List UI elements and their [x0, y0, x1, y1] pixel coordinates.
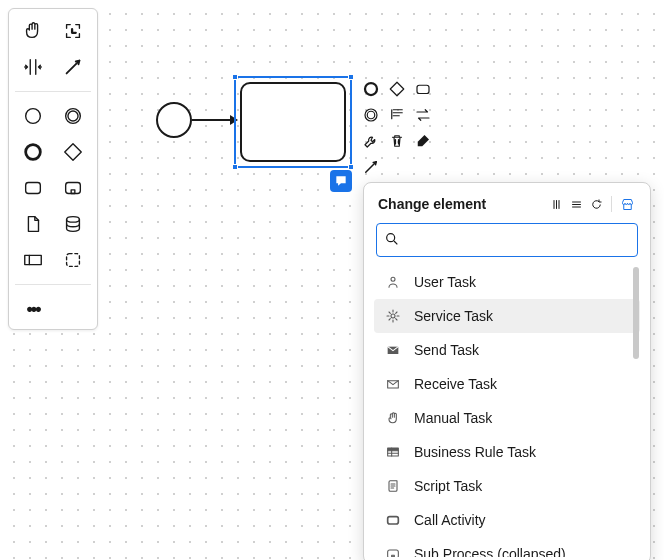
svg-rect-9	[67, 254, 80, 267]
hand-tool[interactable]	[15, 15, 51, 47]
envelope-icon	[384, 375, 402, 393]
intermediate-event-tool[interactable]	[55, 100, 91, 132]
speech-bubble-icon	[334, 174, 348, 188]
append-task[interactable]	[411, 77, 435, 101]
envelope-solid-icon	[384, 341, 402, 359]
scrollbar[interactable]	[633, 267, 639, 359]
svg-rect-24	[388, 517, 399, 524]
item-user-task[interactable]: User Task	[374, 265, 640, 299]
item-label: Business Rule Task	[414, 444, 536, 460]
item-service-task[interactable]: Service Task	[374, 299, 640, 333]
item-label: Script Task	[414, 478, 482, 494]
element-list: User Task Service Task Send Task Receive…	[374, 265, 640, 557]
item-label: Receive Task	[414, 376, 497, 392]
svg-rect-5	[66, 183, 81, 194]
parallel-mi-icon[interactable]	[547, 195, 565, 213]
start-event[interactable]	[156, 102, 192, 138]
connect[interactable]	[359, 155, 383, 179]
item-label: Call Activity	[414, 512, 486, 528]
svg-point-18	[391, 277, 395, 281]
search-box	[376, 223, 638, 257]
rect-bold-icon	[384, 511, 402, 529]
svg-rect-23	[388, 448, 399, 451]
popup-title: Change element	[378, 196, 486, 212]
gear-icon	[384, 307, 402, 325]
subprocess-icon	[384, 545, 402, 557]
svg-point-11	[340, 179, 341, 180]
sequence-flow[interactable]	[192, 119, 236, 121]
append-gateway[interactable]	[385, 77, 409, 101]
search-input[interactable]	[376, 223, 638, 257]
svg-point-13	[365, 83, 377, 95]
group-tool[interactable]	[55, 244, 91, 276]
popup-header-actions	[547, 195, 636, 213]
data-store-tool[interactable]	[55, 208, 91, 240]
task-tool[interactable]	[15, 172, 51, 204]
svg-rect-4	[26, 183, 41, 194]
more-tools[interactable]: •••	[15, 293, 51, 325]
item-manual-task[interactable]: Manual Task	[374, 401, 640, 435]
svg-rect-8	[25, 255, 42, 264]
lasso-tool[interactable]	[55, 15, 91, 47]
script-icon	[384, 477, 402, 495]
connect-tool[interactable]	[55, 51, 91, 83]
sequential-mi-icon[interactable]	[567, 195, 585, 213]
item-label: Sub Process (collapsed)	[414, 546, 566, 557]
data-object-tool[interactable]	[15, 208, 51, 240]
append-end-event[interactable]	[359, 77, 383, 101]
gateway-tool[interactable]	[55, 136, 91, 168]
svg-point-17	[387, 234, 395, 242]
item-script-task[interactable]: Script Task	[374, 469, 640, 503]
svg-rect-14	[417, 85, 429, 93]
svg-point-12	[342, 179, 343, 180]
wrench[interactable]	[359, 129, 383, 153]
delete[interactable]	[385, 129, 409, 153]
subprocess-tool[interactable]	[55, 172, 91, 204]
svg-point-10	[339, 179, 340, 180]
marketplace-icon[interactable]	[618, 195, 636, 213]
comment-indicator[interactable]	[330, 170, 352, 192]
svg-point-3	[26, 145, 41, 160]
change-element-popup: Change element User Task Service Task	[363, 182, 651, 560]
space-tool[interactable]	[15, 51, 51, 83]
end-event-tool[interactable]	[15, 136, 51, 168]
svg-point-19	[391, 314, 395, 318]
task-selected[interactable]	[234, 76, 352, 168]
append-annotation[interactable]	[385, 103, 409, 127]
append-intermediate[interactable]	[359, 103, 383, 127]
context-pad	[358, 76, 436, 180]
item-label: Manual Task	[414, 410, 492, 426]
tool-palette: •••	[8, 8, 98, 330]
color[interactable]	[411, 129, 435, 153]
svg-point-2	[68, 111, 78, 121]
item-label: User Task	[414, 274, 476, 290]
table-icon	[384, 443, 402, 461]
start-event-tool[interactable]	[15, 100, 51, 132]
svg-point-0	[26, 109, 41, 124]
item-send-task[interactable]: Send Task	[374, 333, 640, 367]
item-receive-task[interactable]: Receive Task	[374, 367, 640, 401]
svg-rect-6	[71, 190, 75, 194]
replace-menu[interactable]	[411, 103, 435, 127]
svg-point-16	[367, 111, 375, 119]
loop-icon[interactable]	[587, 195, 605, 213]
item-call-activity[interactable]: Call Activity	[374, 503, 640, 537]
item-label: Service Task	[414, 308, 493, 324]
search-icon	[384, 231, 400, 250]
item-business-rule-task[interactable]: Business Rule Task	[374, 435, 640, 469]
svg-point-7	[67, 217, 80, 223]
hand-icon	[384, 409, 402, 427]
ellipsis-icon: •••	[27, 299, 40, 320]
pool-tool[interactable]	[15, 244, 51, 276]
user-icon	[384, 273, 402, 291]
item-label: Send Task	[414, 342, 479, 358]
item-sub-process[interactable]: Sub Process (collapsed)	[374, 537, 640, 557]
